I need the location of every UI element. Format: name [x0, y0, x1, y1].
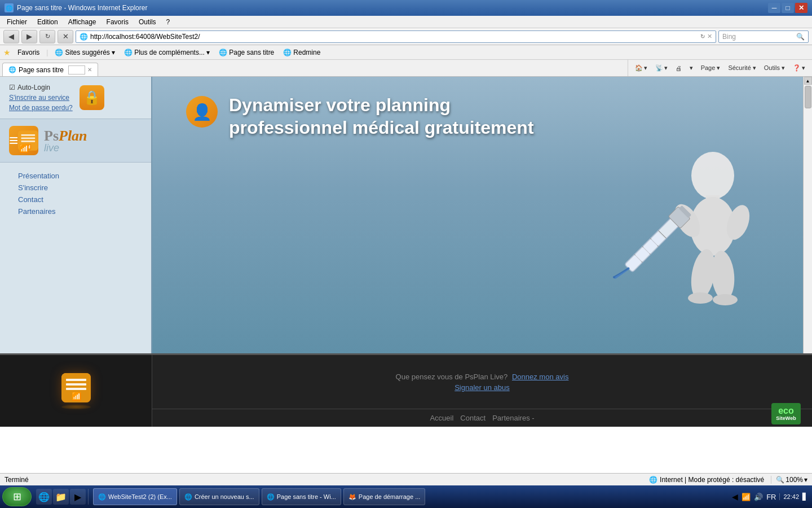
browser-tab[interactable]: 🌐 Page sans titre ✕: [2, 63, 98, 76]
quicklaunch-media[interactable]: ▶: [70, 489, 86, 505]
menu-favoris[interactable]: Favoris: [102, 17, 133, 27]
menu-bar: Fichier Edition Affichage Favoris Outils…: [0, 16, 812, 28]
address-refresh-icon[interactable]: ↻: [700, 33, 705, 40]
nav-partenaires[interactable]: Partenaires: [18, 207, 151, 216]
favorites-label[interactable]: Favoris: [15, 47, 42, 58]
security-label: Sécurité ▾: [728, 64, 756, 72]
nav-presentation[interactable]: Présentation: [18, 172, 151, 180]
svg-rect-2: [21, 138, 36, 139]
tray-network-icon: 📶: [742, 493, 751, 501]
fav-page-sans-titre[interactable]: 🌐 Page sans titre: [217, 47, 276, 58]
menu-fichier[interactable]: Fichier: [2, 17, 32, 27]
taskbar-page-sans-titre[interactable]: 🌐 Page sans titre - Wi...: [262, 488, 341, 505]
globe-icon: 🌐: [649, 476, 657, 484]
favorites-star-icon: ★: [3, 48, 11, 57]
tray-arrow[interactable]: ◀: [732, 492, 738, 501]
page-label: Page ▾: [701, 64, 721, 72]
tools-button[interactable]: Outils ▾: [761, 63, 788, 73]
address-input-wrap[interactable]: 🌐 http://localhost:64008/WebSiteTest2/ ↻…: [76, 30, 716, 43]
fav-icon-1: 🌐: [55, 49, 63, 56]
minimize-button[interactable]: ─: [768, 3, 780, 13]
help-button[interactable]: ❓ ▾: [789, 63, 809, 73]
print-button-group[interactable]: 🖨: [672, 64, 685, 73]
scroll-up[interactable]: ▲: [804, 77, 812, 85]
zoom-control[interactable]: 🔍 100% ▾: [771, 476, 807, 484]
hero-figure-icon: 👤: [192, 103, 212, 121]
checkbox-icon: ☑: [9, 84, 15, 91]
menu-edition[interactable]: Edition: [33, 17, 63, 27]
fav-complements[interactable]: 🌐 Plus de compléments... ▾: [122, 47, 212, 58]
close-button[interactable]: ✕: [795, 3, 807, 13]
start-button[interactable]: ⊞: [2, 487, 32, 506]
search-bar[interactable]: Bing 🔍: [718, 30, 809, 43]
logo-section: 📶 PsPlan live: [0, 119, 151, 163]
nav-sinscrire[interactable]: S'inscrire: [18, 183, 151, 192]
svg-rect-3: [21, 141, 36, 142]
home-button[interactable]: 🏠 ▾: [632, 63, 651, 73]
page-button[interactable]: Page ▾: [698, 63, 724, 73]
footer: 📶 Que pensez vous de PsPlan Live? Donnez…: [0, 353, 812, 427]
footer-opinion-link[interactable]: Donnez mon avis: [512, 373, 568, 381]
taskbar-label-3: Page sans titre - Wi...: [277, 493, 336, 500]
home-arrow: ▾: [644, 64, 647, 72]
menu-outils[interactable]: Outils: [134, 17, 161, 27]
fav-sites-suggeres[interactable]: 🌐 Sites suggérés ▾: [52, 47, 117, 58]
footer-content: Que pensez vous de PsPlan Live? Donnez m…: [152, 355, 812, 427]
register-link[interactable]: S'inscrire au service: [9, 94, 73, 102]
footer-question-text: Que pensez vous de PsPlan Live?: [396, 373, 508, 381]
zone-info: 🌐 Internet | Mode protégé : désactivé: [649, 476, 764, 484]
taskbar-firefox[interactable]: 🦊 Page de démarrage ...: [343, 488, 425, 505]
taskbar-icon-2: 🌐: [184, 493, 192, 501]
taskbar-icon-3: 🌐: [267, 493, 275, 501]
scroll-thumb[interactable]: [805, 86, 811, 108]
print-arrow[interactable]: ▾: [686, 63, 696, 73]
svg-rect-28: [66, 388, 86, 390]
forward-button[interactable]: ▶: [21, 30, 37, 43]
footer-nav-accueil[interactable]: Accueil: [430, 414, 453, 422]
hero-title: Dynamiser votre planning professionnel m…: [229, 94, 534, 139]
favorites-text: Favoris: [17, 49, 39, 56]
eco-sublabel: SiteWeb: [776, 415, 796, 422]
status-bar: Terminé 🌐 Internet | Mode protégé : désa…: [0, 473, 812, 485]
lock-button[interactable]: 🔒: [80, 85, 104, 110]
quicklaunch-files[interactable]: 📁: [53, 489, 69, 505]
clock-time: 22:42: [783, 493, 799, 500]
fav-redmine[interactable]: 🌐 Redmine: [281, 47, 323, 58]
address-clear-icon[interactable]: ✕: [707, 33, 712, 40]
eco-badge[interactable]: eco SiteWeb: [771, 403, 801, 424]
system-clock: 22:42: [779, 493, 799, 500]
menu-affichage[interactable]: Affichage: [64, 17, 101, 27]
maximize-button[interactable]: □: [782, 3, 794, 13]
refresh-button[interactable]: ↻: [39, 30, 55, 43]
fav-label-2: Plus de compléments... ▾: [134, 49, 210, 56]
fav-label-4: Redmine: [293, 49, 320, 56]
tab-close-button[interactable]: ✕: [87, 67, 92, 73]
rss-button[interactable]: 📡 ▾: [652, 63, 671, 73]
status-text: Terminé: [5, 476, 29, 484]
stop-button[interactable]: ✕: [58, 30, 73, 43]
tab-input[interactable]: [68, 65, 85, 75]
figure-svg: [600, 139, 780, 319]
forgot-link[interactable]: Mot de passe perdu?: [9, 104, 73, 112]
footer-nav-partenaires[interactable]: Partenaires -: [492, 414, 534, 422]
footer-nav-contact[interactable]: Contact: [460, 414, 486, 422]
scrollbar[interactable]: ▲: [803, 77, 812, 353]
back-button[interactable]: ◀: [3, 30, 19, 43]
eco-label: eco: [778, 406, 794, 415]
footer-report-link[interactable]: Signaler un abus: [454, 383, 510, 392]
svg-line-21: [615, 266, 628, 279]
quicklaunch-ie[interactable]: 🌐: [36, 489, 52, 505]
search-button[interactable]: 🔍: [796, 33, 805, 41]
taskbar-creer[interactable]: 🌐 Créer un nouveau s...: [179, 488, 259, 505]
show-desktop-button[interactable]: ▋: [802, 493, 807, 501]
menu-help[interactable]: ?: [162, 17, 175, 27]
taskbar-websitetest[interactable]: 🌐 WebSiteTest2 (2) (Ex...: [93, 488, 177, 505]
rss-arrow: ▾: [664, 64, 668, 72]
address-icon: 🌐: [80, 33, 88, 41]
nav-contact[interactable]: Contact: [18, 195, 151, 204]
taskbar-icon-1: 🌐: [98, 493, 106, 501]
nav-section: Présentation S'inscrire Contact Partenai…: [0, 163, 151, 225]
taskbar-label-4: Page de démarrage ...: [359, 493, 420, 500]
tray-lang: FR: [766, 493, 776, 501]
security-button[interactable]: Sécurité ▾: [725, 63, 759, 73]
